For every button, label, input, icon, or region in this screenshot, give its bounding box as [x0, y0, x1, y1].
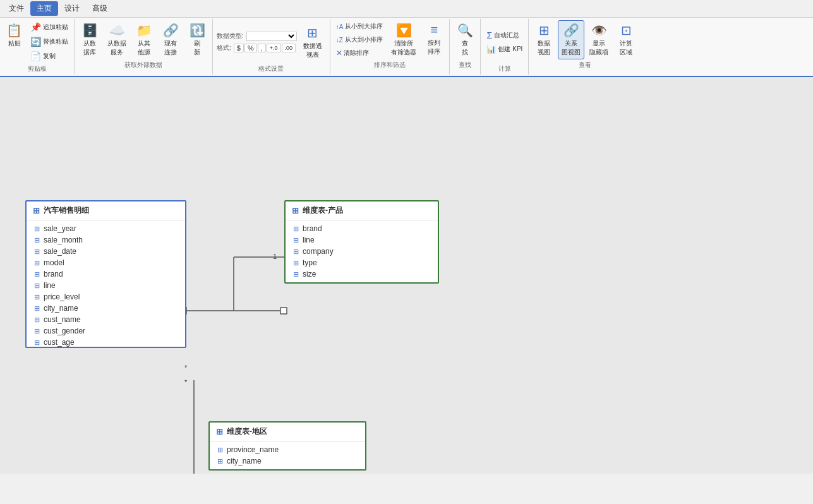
show-hide-button[interactable]: 👁️ 显示隐藏项 [586, 20, 612, 59]
from-database-button[interactable]: 🗄️ 从数据库 [77, 20, 102, 59]
field-icon-province-name: ⊞ [217, 446, 223, 454]
field-sale-year: ⊞ sale_year [27, 223, 185, 234]
field-model: ⊞ model [27, 257, 185, 268]
field-icon-brand: ⊞ [34, 270, 40, 279]
table-icon-sales: ⊞ [33, 206, 40, 215]
create-kpi-button[interactable]: 📊 创建 KPI [483, 43, 526, 56]
field-line: ⊞ line [27, 280, 185, 291]
field-product-brand: ⊞ brand [286, 223, 438, 234]
dim-region-title: 维度表-地区 [227, 426, 267, 437]
field-icon-sale-month: ⊞ [34, 236, 40, 244]
relation-view-icon: 🔗 [563, 23, 579, 38]
menu-home[interactable]: 主页 [30, 1, 58, 16]
field-product-line: ⊞ line [286, 234, 438, 246]
canvas-area: 1 * * 1 ⊞ 汽车销售明细 ⊞ sale_year ⊞ sale_mont… [0, 77, 813, 474]
calc-area-button[interactable]: ⊡ 计算区域 [613, 20, 639, 59]
field-icon-city-name: ⊞ [34, 304, 40, 313]
replace-paste-button[interactable]: 🔄 替换粘贴 [27, 35, 71, 49]
calc-area-icon: ⊡ [621, 23, 632, 38]
datatype-select[interactable] [246, 32, 297, 41]
field-icon-product-type: ⊞ [293, 259, 299, 267]
sales-detail-fields: ⊞ sale_year ⊞ sale_month ⊞ sale_date ⊞ m… [27, 220, 185, 347]
field-icon-cust-age: ⊞ [34, 339, 40, 347]
relation-label-star-2: * [184, 378, 187, 386]
sales-detail-table[interactable]: ⊞ 汽车销售明细 ⊞ sale_year ⊞ sale_month ⊞ sale… [25, 200, 186, 348]
find-label: 查找 [452, 61, 478, 69]
paste-button[interactable]: 📋 主页 粘贴 [3, 20, 26, 63]
calculate-label: 计算 [483, 64, 526, 73]
svg-rect-4 [280, 308, 287, 314]
sales-detail-title: 汽车销售明细 [44, 205, 89, 216]
table-icon-product: ⊞ [292, 206, 299, 215]
database-icon: 🗄️ [82, 23, 98, 38]
clear-sort-icon: ✕ [336, 49, 342, 57]
percent-btn[interactable]: % [244, 44, 257, 52]
ribbon: 📋 主页 粘贴 📌 追加粘贴 🔄 替换粘贴 📄 复制 剪贴板 [0, 18, 813, 77]
menu-design[interactable]: 设计 [58, 1, 86, 16]
dim-product-header: ⊞ 维度表-产品 [286, 201, 438, 220]
field-icon-product-line: ⊞ [293, 236, 299, 244]
from-service-button[interactable]: ☁️ 从数据服务 [104, 20, 130, 59]
dim-region-header: ⊞ 维度表-地区 [210, 423, 365, 441]
comma-btn[interactable]: , [258, 44, 266, 52]
sort-desc-button[interactable]: ↓Z 从大到小排序 [333, 33, 387, 46]
show-hide-icon: 👁️ [591, 23, 607, 38]
format-label: 格式: [217, 44, 231, 52]
append-paste-button[interactable]: 📌 追加粘贴 [27, 20, 71, 34]
currency-btn[interactable]: $ [234, 44, 244, 52]
field-icon-product-brand: ⊞ [293, 225, 299, 233]
dim-region-table[interactable]: ⊞ 维度表-地区 ⊞ province_name ⊞ city_name [208, 421, 366, 471]
kpi-icon: 📊 [486, 45, 496, 54]
menu-advanced[interactable]: 高级 [86, 1, 114, 16]
clear-sort-button[interactable]: ✕ 清除排序 [333, 47, 387, 59]
field-brand: ⊞ brand [27, 268, 185, 280]
connection-icon: 🔗 [163, 23, 179, 38]
from-other-button[interactable]: 📁 从其他源 [131, 20, 157, 59]
field-icon-line: ⊞ [34, 282, 40, 290]
sort-filter-label: 排序和筛选 [333, 61, 447, 69]
filter-icon: 🔽 [396, 23, 412, 38]
find-button[interactable]: 🔍 查找 [452, 20, 478, 59]
menu-file[interactable]: 文件 [3, 1, 30, 16]
sort-column-icon: ≡ [431, 23, 438, 37]
field-cust-age: ⊞ cust_age [27, 337, 185, 347]
sigma-icon: Σ [486, 30, 492, 40]
service-icon: ☁️ [109, 23, 125, 38]
format-label-group: 格式设置 [217, 64, 326, 73]
field-cust-gender: ⊞ cust_gender [27, 325, 185, 337]
field-icon-price-level: ⊞ [34, 293, 40, 301]
relation-view-button[interactable]: 🔗 关系图视图 [558, 20, 584, 59]
auto-sum-button[interactable]: Σ 自动汇总 [483, 28, 526, 42]
field-region-city-name: ⊞ city_name [210, 455, 365, 467]
external-data-label: 获取外部数据 [77, 61, 210, 69]
relation-label-1-product: 1 [273, 253, 277, 260]
paste-icon: 📋 [6, 23, 22, 38]
field-product-size: ⊞ size [286, 268, 438, 280]
pivot-table-button[interactable]: ⊞ 数据透视表 [299, 23, 326, 63]
dim-product-table[interactable]: ⊞ 维度表-产品 ⊞ brand ⊞ line ⊞ company ⊞ type… [284, 200, 439, 284]
field-icon-region-city-name: ⊞ [217, 457, 223, 465]
append-paste-icon: 📌 [30, 22, 41, 32]
field-icon-sale-year: ⊞ [34, 225, 40, 233]
existing-connections-button[interactable]: 🔗 现有连接 [158, 20, 183, 59]
sort-asc-button[interactable]: ↑A 从小到大排序 [333, 20, 387, 33]
decimal-dec-btn[interactable]: .00 [282, 44, 296, 52]
dim-product-title: 维度表-产品 [303, 205, 343, 216]
field-icon-product-size: ⊞ [293, 270, 299, 279]
field-icon-sale-date: ⊞ [34, 248, 40, 256]
refresh-button[interactable]: 🔃 刷新 [184, 20, 210, 59]
field-sale-date: ⊞ sale_date [27, 246, 185, 257]
clear-filter-button[interactable]: 🔽 清除所有筛选器 [387, 20, 420, 59]
decimal-inc-btn[interactable]: +.0 [267, 44, 281, 52]
field-icon-cust-name: ⊞ [34, 316, 40, 324]
refresh-icon: 🔃 [190, 23, 205, 38]
sort-asc-icon: ↑A [336, 23, 344, 30]
field-icon-cust-gender: ⊞ [34, 327, 40, 335]
menu-bar: 文件 主页 设计 高级 [0, 0, 813, 18]
sort-by-column-button[interactable]: ≡ 按列排序 [421, 20, 447, 59]
field-price-level: ⊞ price_level [27, 291, 185, 303]
copy-button[interactable]: 📄 复制 [27, 49, 71, 63]
data-view-button[interactable]: ⊞ 数据视图 [531, 20, 557, 59]
field-province-name: ⊞ province_name [210, 444, 365, 455]
field-icon-model: ⊞ [34, 259, 40, 267]
